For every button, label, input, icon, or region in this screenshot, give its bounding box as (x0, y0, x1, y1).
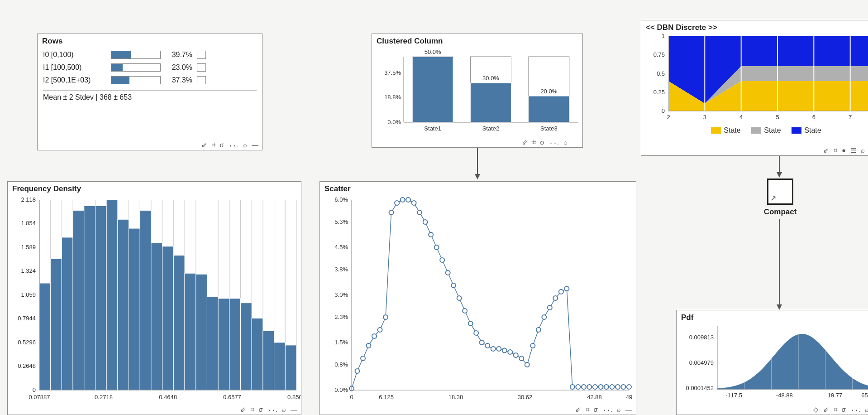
list-icon[interactable]: ☰ (850, 147, 856, 154)
grid-icon[interactable]: ⌗ (834, 147, 837, 154)
legend-item-blue[interactable]: State (792, 126, 821, 135)
svg-point-126 (480, 340, 484, 345)
svg-point-106 (367, 343, 371, 348)
pin-icon[interactable]: ⇙ (240, 406, 246, 413)
search-icon[interactable]: ⌕ (861, 147, 865, 154)
grid-icon[interactable]: ⌗ (532, 139, 536, 145)
scatter-toolbar: ⇙ ⌗ σ ⬪⬪. ⌕ — (575, 406, 632, 413)
svg-point-116 (423, 220, 428, 224)
barchart-icon[interactable]: ⬪⬪. (850, 406, 860, 413)
pin-icon[interactable]: ⇙ (823, 406, 829, 413)
barchart-icon[interactable]: ⬪⬪. (229, 141, 238, 148)
search-icon[interactable]: ⌕ (865, 406, 868, 413)
barchart-icon[interactable]: ⬪⬪. (549, 139, 559, 145)
svg-rect-77 (185, 273, 196, 390)
search-icon[interactable]: ⌕ (617, 406, 621, 413)
barchart-icon[interactable]: ⬪⬪. (267, 406, 277, 413)
rows-body: I0 [0,100) 39.7% I1 [100,500) 23.0% I2 [… (38, 48, 262, 114)
legend-label: State (764, 126, 781, 135)
svg-text:1.5%: 1.5% (334, 339, 348, 346)
clustered-column-panel: Clustered Column 0.0%18.8%37.5%50.0%Stat… (372, 34, 583, 148)
sigma-icon[interactable]: σ (594, 406, 598, 413)
svg-text:0.009813: 0.009813 (689, 334, 714, 341)
pin-icon[interactable]: ⇙ (522, 139, 528, 145)
svg-point-119 (440, 258, 444, 262)
minus-icon[interactable]: — (252, 141, 258, 148)
svg-point-138 (548, 305, 552, 310)
legend-item-yellow[interactable]: State (711, 126, 740, 135)
svg-rect-6 (412, 57, 453, 122)
compact-node[interactable] (767, 179, 793, 205)
svg-rect-10 (471, 83, 511, 122)
svg-point-121 (451, 283, 456, 288)
search-icon[interactable]: ⌕ (282, 406, 286, 413)
grid-icon[interactable]: ⌗ (251, 406, 254, 413)
scatter-chart[interactable]: 0.0%0.8%1.5%2.3%3.0%3.8%4.5%5.3%6.0%06.1… (320, 195, 636, 404)
rows-checkbox[interactable] (197, 76, 206, 84)
legend-swatch (711, 127, 721, 134)
rows-checkbox[interactable] (197, 63, 206, 72)
rows-pct: 39.7% (161, 51, 197, 59)
svg-text:State2: State2 (482, 125, 500, 132)
barchart-icon[interactable]: ⬪⬪. (602, 406, 612, 413)
arrow-clustered-to-scatter (473, 148, 482, 180)
svg-point-118 (434, 245, 439, 250)
sigma-icon[interactable]: σ (220, 141, 224, 148)
rows-bar[interactable] (111, 51, 161, 59)
minus-icon[interactable]: — (291, 406, 297, 413)
svg-text:0.5: 0.5 (657, 70, 665, 77)
svg-text:49: 49 (626, 394, 632, 401)
frequency-density-chart[interactable]: 00.26480.52960.79441.0591.3241.5891.8542… (8, 195, 301, 404)
svg-point-111 (395, 201, 399, 205)
svg-rect-86 (285, 345, 296, 390)
circle-icon[interactable]: ● (842, 147, 846, 154)
search-icon[interactable]: ⌕ (563, 139, 568, 145)
svg-rect-64 (39, 283, 51, 390)
rows-label: I0 [0,100) (43, 51, 111, 59)
search-icon[interactable]: ⌕ (243, 141, 247, 148)
svg-text:6.125: 6.125 (379, 394, 394, 401)
pin-icon[interactable]: ⇙ (823, 147, 829, 154)
svg-text:0.5296: 0.5296 (18, 339, 36, 346)
pin-icon[interactable]: ⇙ (201, 141, 207, 148)
sigma-icon[interactable]: σ (259, 406, 263, 413)
rows-bar[interactable] (111, 76, 161, 84)
grid-icon[interactable]: ⌗ (586, 406, 589, 413)
svg-point-115 (417, 210, 422, 215)
svg-point-117 (429, 232, 433, 237)
grid-icon[interactable]: ⌗ (212, 141, 215, 148)
svg-point-141 (564, 286, 569, 291)
svg-text:37.5%: 37.5% (384, 69, 401, 76)
svg-rect-65 (51, 259, 62, 390)
rows-checkbox[interactable] (197, 51, 206, 59)
minus-icon[interactable]: — (625, 406, 632, 413)
svg-text:18.38: 18.38 (448, 394, 463, 401)
svg-point-110 (389, 210, 394, 215)
svg-point-146 (593, 385, 597, 389)
svg-text:1.854: 1.854 (21, 220, 36, 227)
svg-point-128 (491, 347, 496, 351)
dbn-chart[interactable]: 00.250.50.7512345678 (641, 34, 868, 125)
pin-icon[interactable]: ⇙ (575, 406, 581, 413)
svg-text:65.54: 65.54 (861, 392, 868, 399)
sigma-icon[interactable]: σ (540, 139, 544, 145)
svg-text:50.0%: 50.0% (424, 48, 441, 55)
grid-icon[interactable]: ⌗ (834, 406, 837, 413)
sigma-icon[interactable]: σ (842, 406, 846, 413)
svg-point-140 (559, 290, 563, 294)
svg-point-147 (598, 385, 603, 389)
scatter-title: Scatter (320, 182, 636, 195)
clustered-chart[interactable]: 0.0%18.8%37.5%50.0%State130.0%State220.0… (372, 48, 582, 136)
svg-rect-73 (140, 210, 151, 390)
expand-icon[interactable]: ◇ (813, 406, 819, 413)
pdf-chart[interactable]: 0.00014520.0049790.009813-117.5-48.8819.… (677, 324, 868, 402)
svg-marker-171 (777, 172, 782, 178)
svg-point-144 (582, 385, 586, 389)
legend-item-gray[interactable]: State (751, 126, 781, 135)
svg-text:5.3%: 5.3% (334, 218, 348, 225)
svg-point-122 (457, 296, 462, 300)
rows-bar[interactable] (111, 63, 161, 72)
svg-point-123 (463, 309, 467, 313)
rows-row: I2 [500,1E+03) 37.3% (43, 74, 257, 87)
minus-icon[interactable]: — (572, 139, 579, 145)
